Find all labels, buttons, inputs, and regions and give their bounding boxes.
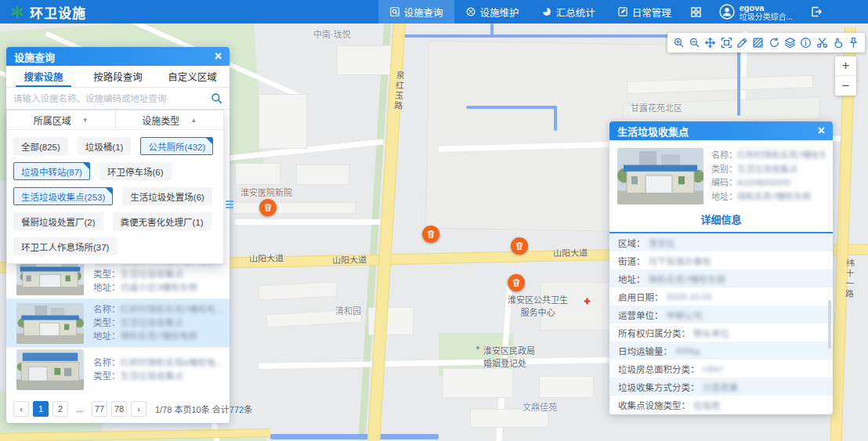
page-button-77[interactable]: 77 bbox=[92, 401, 107, 417]
main-nav: 设施查询 设施维护 汇总统计 日常管理 egova 垃圾分类综合... bbox=[378, 0, 868, 23]
road-label: 山阳大道 bbox=[553, 245, 588, 258]
layers-icon[interactable] bbox=[783, 36, 797, 50]
chip-all[interactable]: 全部(825) bbox=[13, 137, 68, 155]
facility-type: 生活垃圾收集点 bbox=[121, 316, 184, 330]
chip-kitchen-waste-plant[interactable]: 餐厨垃圾处置厂(2) bbox=[13, 212, 103, 230]
chip-feces-plant[interactable]: 粪便无害化处理厂(1) bbox=[113, 212, 212, 230]
chip-collection-point[interactable]: 生活垃圾收集点(253) bbox=[13, 187, 113, 205]
panel-collapse-handle[interactable] bbox=[226, 201, 233, 208]
facility-result-list: 名称：梅庄新村白遥小区7幢校东… 类型：生活垃圾收集点 地址：白遥小区3幢校东侧… bbox=[6, 251, 230, 392]
list-item[interactable]: 名称：红桥村锦和名苑6幢校电… 类型：生活垃圾收集点 bbox=[6, 348, 230, 392]
info-icon[interactable] bbox=[799, 36, 813, 50]
facility-info: 名称：红桥村锦和名苑7幢校电… 类型：生活垃圾收集点 地址：锦和名苑7幢校电侧 bbox=[93, 303, 223, 343]
full-extent-icon[interactable] bbox=[719, 36, 733, 50]
page-size: 本页10条 bbox=[174, 405, 209, 414]
cut-icon[interactable] bbox=[815, 36, 829, 50]
next-page-button[interactable]: › bbox=[131, 401, 146, 417]
refresh-icon[interactable] bbox=[767, 36, 781, 50]
chip-disposal-site[interactable]: 生活垃圾处置场(6) bbox=[122, 187, 212, 205]
chip-parking-lot[interactable]: 环卫停车场(6) bbox=[99, 162, 172, 180]
filter-dropdown-header: 所属区域 ▼ 设施类型 ▲ bbox=[7, 110, 223, 130]
zoom-out-icon[interactable] bbox=[687, 36, 701, 50]
tab-search-facility[interactable]: 搜索设施 bbox=[6, 66, 81, 87]
detail-summary: 名称：红桥村锦和名苑7幢校东侧01垃圾收… 类别：生活垃圾收集点 编码：A320… bbox=[609, 140, 833, 204]
field-value: 锦和名苑7幢校东侧 bbox=[649, 273, 725, 285]
zoom-in-icon[interactable] bbox=[671, 36, 685, 50]
field-value: 河下街道办事处 bbox=[649, 255, 712, 267]
facility-name: 红桥村锦和名苑7幢校东侧01垃圾收… bbox=[737, 149, 825, 163]
facility-code: A3208000000 bbox=[737, 176, 791, 190]
detail-row: 启用日期：2020-10-01 bbox=[609, 287, 833, 305]
logout-icon[interactable] bbox=[810, 5, 823, 18]
region-dropdown[interactable]: 所属区域 ▼ bbox=[7, 110, 116, 129]
chip-worker-rest-area[interactable]: 环卫工人作息场所(37) bbox=[13, 237, 117, 255]
facility-maintain-icon bbox=[465, 6, 476, 17]
page-button-1[interactable]: 1 bbox=[33, 401, 49, 417]
pan-icon[interactable] bbox=[703, 36, 718, 50]
polygon-select-icon[interactable] bbox=[751, 36, 765, 50]
field-label: 地址： bbox=[711, 190, 737, 204]
road-label: 纬十一路 bbox=[842, 258, 856, 300]
prev-page-button[interactable]: ‹ bbox=[13, 401, 29, 417]
page-ellipsis: ... bbox=[72, 401, 88, 417]
trash-marker[interactable] bbox=[508, 274, 525, 291]
chip-trash-bin[interactable]: 垃圾桶(1) bbox=[78, 137, 132, 155]
nav-facility-query[interactable]: 设施查询 bbox=[378, 0, 454, 23]
top-nav: 环卫设施 设施查询 设施维护 汇总统计 日常管理 egova 垃圾分类综合... bbox=[0, 0, 868, 23]
pin-icon[interactable] bbox=[847, 36, 861, 50]
select-hand-icon[interactable] bbox=[830, 36, 844, 50]
field-label: 编码： bbox=[711, 176, 737, 190]
map-shape bbox=[337, 45, 392, 75]
nav-label: 设施查询 bbox=[404, 5, 443, 20]
page-button-78[interactable]: 78 bbox=[111, 401, 127, 417]
facility-address: 锦和名苑7幢校电侧 bbox=[121, 330, 197, 343]
page-button-2[interactable]: 2 bbox=[52, 401, 68, 417]
field-value: 垃圾房 bbox=[693, 399, 721, 411]
map-zoom-in-button[interactable]: + bbox=[835, 56, 856, 76]
search-icon[interactable] bbox=[211, 92, 222, 104]
chip-public-toilet[interactable]: 公共厕所(432) bbox=[140, 137, 213, 155]
facility-type: 生活垃圾收集点 bbox=[121, 268, 184, 281]
scrollbar-thumb[interactable] bbox=[828, 300, 831, 349]
facility-query-panel: 设施查询 × 搜索设施 按路段查询 自定义区域 名称：梅庄新村白遥小区7幢校东…… bbox=[6, 47, 230, 423]
facility-address: 白遥小区3幢校东侧 bbox=[121, 281, 197, 295]
user-menu[interactable]: egova 垃圾分类综合... bbox=[719, 3, 793, 21]
nav-daily-manage[interactable]: 日常管理 bbox=[606, 0, 682, 23]
field-label: 地址： bbox=[93, 330, 121, 343]
detail-row: 区域：淮安区 bbox=[609, 233, 833, 251]
trash-marker[interactable] bbox=[422, 226, 439, 243]
trash-marker[interactable] bbox=[259, 199, 277, 216]
hospital-cross-icon bbox=[583, 297, 591, 305]
trash-icon bbox=[263, 203, 273, 212]
detail-row: 运营单位：申朝公司 bbox=[609, 305, 833, 324]
field-label: 类型： bbox=[93, 316, 121, 330]
tab-custom-area[interactable]: 自定义区域 bbox=[155, 66, 230, 87]
nav-statistics[interactable]: 汇总统计 bbox=[530, 0, 606, 23]
detail-info-tab[interactable]: 详细信息 bbox=[609, 211, 833, 233]
user-name: egova bbox=[740, 3, 793, 13]
map-label-hospital: 淮安医院新院 bbox=[241, 186, 292, 198]
map-label-poi: 淮安区民政局 婚姻登记处 bbox=[483, 344, 535, 369]
field-label: 名称： bbox=[93, 356, 121, 370]
search-input[interactable] bbox=[13, 94, 211, 103]
type-dropdown[interactable]: 设施类型 ▲ bbox=[116, 110, 224, 129]
list-item-selected[interactable]: 名称：红桥村锦和名苑7幢校电… 类型：生活垃圾收集点 地址：锦和名苑7幢校电侧 bbox=[6, 299, 230, 348]
nav-facility-maintain[interactable]: 设施维护 bbox=[454, 0, 530, 23]
trash-marker[interactable] bbox=[511, 237, 528, 255]
map-zoom-out-button[interactable]: − bbox=[835, 76, 856, 96]
measure-icon[interactable] bbox=[735, 36, 749, 50]
chip-transfer-station[interactable]: 垃圾中转站(87) bbox=[13, 162, 90, 180]
field-label: 日均运输量： bbox=[618, 345, 672, 357]
app-grid-icon[interactable] bbox=[690, 6, 702, 18]
detail-row: 垃圾收集方式分类：分类收集 bbox=[609, 378, 833, 396]
detail-row: 所有权归属分类：物业单位 bbox=[609, 324, 833, 342]
pie-chart-icon bbox=[541, 6, 552, 17]
close-icon[interactable]: × bbox=[215, 50, 222, 63]
close-icon[interactable]: × bbox=[818, 125, 825, 137]
field-value: 申朝公司 bbox=[667, 309, 703, 321]
road-label: 山阳大道 bbox=[249, 251, 284, 264]
tab-by-road[interactable]: 按路段查询 bbox=[81, 66, 155, 87]
map-shape bbox=[235, 163, 280, 185]
poi-dot bbox=[476, 346, 479, 349]
detail-row: 日均运输量：400kg bbox=[609, 342, 833, 360]
